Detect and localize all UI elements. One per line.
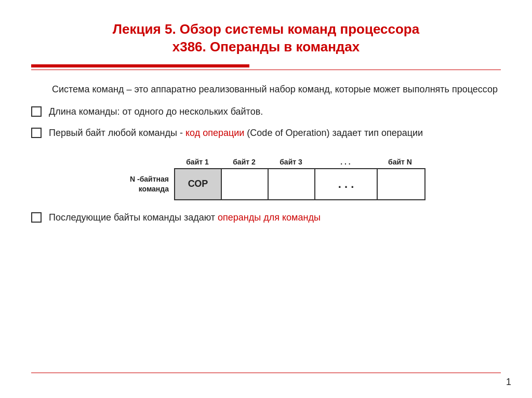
red-accent-bar: [31, 64, 249, 67]
bullet3-highlight: операнды для команды: [218, 212, 321, 223]
checkbox-icon-1: [31, 106, 42, 117]
diagram-cells: СОР . . .: [174, 168, 425, 200]
cell-byte2: [222, 169, 269, 199]
title-line2: x386. Операнды в командах: [172, 39, 360, 54]
bottom-separator: [31, 373, 501, 373]
diagram-data-row: N -байтнаякоманда СОР . . .: [107, 168, 425, 200]
spacer: [31, 232, 501, 373]
diagram-container: байт 1 байт 2 байт 3 . . . байт N N -бай…: [31, 158, 501, 200]
checkbox-icon-2: [31, 128, 42, 138]
bullet-list: Длина команды: от одного до нескольких б…: [31, 105, 501, 147]
bullet-list-2: Последующие байты команды задают операнд…: [31, 211, 501, 232]
bullet-text-1: Длина команды: от одного до нескольких б…: [49, 105, 263, 119]
header-dots: . . .: [314, 158, 377, 166]
cell-cop: СОР: [175, 169, 222, 199]
bullet-item-3: Последующие байты команды задают операнд…: [31, 211, 501, 225]
diagram-label: N -байтнаякоманда: [107, 174, 169, 193]
cell-dots: . . .: [315, 169, 378, 199]
header-byte2: байт 2: [221, 158, 268, 166]
diagram-header-row: байт 1 байт 2 байт 3 . . . байт N: [174, 158, 423, 166]
slide-title: Лекция 5. Обзор системы команд процессор…: [31, 21, 501, 56]
bullet3-before: Последующие байты команды задают: [49, 212, 218, 223]
bullet-item-2: Первый байт любой команды - код операции…: [31, 126, 501, 140]
bullet-text-3: Последующие байты команды задают операнд…: [49, 211, 321, 225]
diagram: байт 1 байт 2 байт 3 . . . байт N N -бай…: [107, 158, 425, 200]
separator-line: [31, 70, 501, 70]
bullet2-before: Первый байт любой команды -: [49, 128, 185, 138]
intro-text: Система команд – это аппаратно реализова…: [31, 83, 501, 97]
page-number: 1: [506, 377, 511, 388]
header-byteN: байт N: [377, 158, 423, 166]
cell-byte3: [269, 169, 315, 199]
bullet-text-2: Первый байт любой команды - код операции…: [49, 126, 423, 140]
title-line1: Лекция 5. Обзор системы команд процессор…: [113, 21, 419, 37]
bullet-item-1: Длина команды: от одного до нескольких б…: [31, 105, 501, 119]
slide: Лекция 5. Обзор системы команд процессор…: [0, 0, 532, 398]
header-byte1: байт 1: [174, 158, 221, 166]
header-byte3: байт 3: [268, 158, 314, 166]
bullet2-after: (Code of Operation) задает тип операции: [244, 128, 423, 138]
cell-byteN: [378, 169, 424, 199]
bullet2-highlight: код операции: [185, 128, 244, 138]
checkbox-icon-3: [31, 212, 42, 223]
